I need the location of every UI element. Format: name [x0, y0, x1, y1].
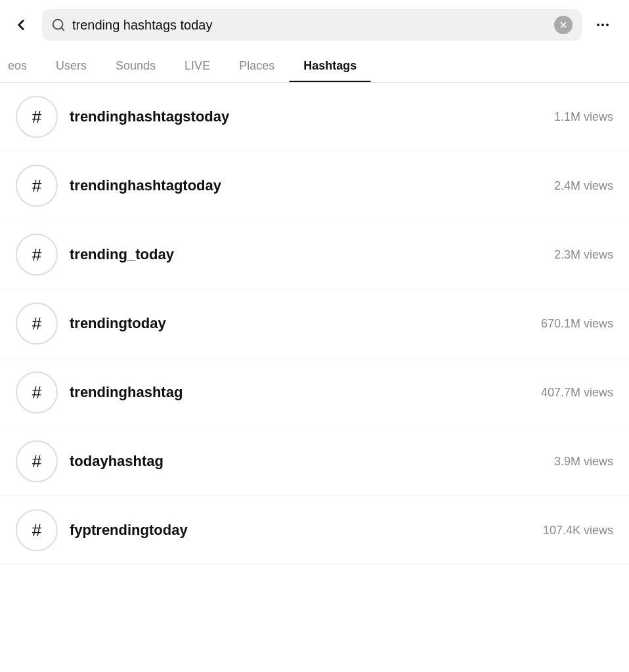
- tab-sounds[interactable]: Sounds: [101, 50, 170, 82]
- tab-users[interactable]: Users: [41, 50, 101, 82]
- hashtag-icon-circle: #: [16, 96, 58, 138]
- hashtag-symbol: #: [32, 314, 41, 334]
- back-button[interactable]: [7, 10, 35, 39]
- hashtag-symbol: #: [32, 452, 41, 472]
- hashtag-name: trendinghashtag: [70, 384, 529, 401]
- hashtag-symbol: #: [32, 176, 41, 196]
- hashtag-item[interactable]: # todayhashtag 3.9M views: [0, 427, 629, 496]
- hashtag-name: todayhashtag: [70, 453, 542, 470]
- clear-button[interactable]: [554, 16, 573, 34]
- tab-places[interactable]: Places: [225, 50, 289, 82]
- header: trending hashtags today: [0, 0, 629, 50]
- hashtag-icon-circle: #: [16, 509, 58, 551]
- hashtag-views: 2.4M views: [554, 179, 613, 193]
- svg-point-6: [606, 24, 609, 26]
- hashtag-icon-circle: #: [16, 234, 58, 276]
- hashtag-icon-circle: #: [16, 165, 58, 207]
- hashtag-views: 3.9M views: [554, 455, 613, 469]
- hashtag-views: 670.1M views: [541, 317, 613, 331]
- search-bar: trending hashtags today: [42, 9, 582, 41]
- hashtag-views: 407.7M views: [541, 386, 613, 400]
- search-input[interactable]: trending hashtags today: [72, 18, 548, 33]
- tab-hashtags[interactable]: Hashtags: [289, 50, 371, 82]
- hashtag-item[interactable]: # trendingtoday 670.1M views: [0, 289, 629, 358]
- tabs-bar: eos Users Sounds LIVE Places Hashtags: [0, 50, 629, 83]
- hashtag-views: 2.3M views: [554, 248, 613, 262]
- hashtag-name: fyptrendingtoday: [70, 522, 531, 539]
- hashtag-name: trending_today: [70, 246, 542, 263]
- hashtag-views: 107.4K views: [543, 524, 613, 537]
- hashtag-name: trendinghashtagstoday: [70, 108, 542, 125]
- hashtag-symbol: #: [32, 107, 41, 127]
- hashtag-symbol: #: [32, 383, 41, 403]
- svg-point-4: [597, 24, 599, 26]
- hashtag-icon-circle: #: [16, 371, 58, 413]
- hashtag-item[interactable]: # trending_today 2.3M views: [0, 220, 629, 289]
- hashtag-name: trendingtoday: [70, 315, 529, 332]
- hashtag-views: 1.1M views: [554, 110, 613, 124]
- hashtag-item[interactable]: # fyptrendingtoday 107.4K views: [0, 496, 629, 565]
- hashtag-icon-circle: #: [16, 440, 58, 482]
- search-icon: [51, 18, 66, 32]
- hashtag-symbol: #: [32, 245, 41, 265]
- hashtag-list: # trendinghashtagstoday 1.1M views # tre…: [0, 83, 629, 565]
- tab-live[interactable]: LIVE: [170, 50, 225, 82]
- hashtag-icon-circle: #: [16, 303, 58, 345]
- hashtag-name: trendinghashtagtoday: [70, 177, 542, 194]
- hashtag-item[interactable]: # trendinghashtag 407.7M views: [0, 358, 629, 427]
- hashtag-item[interactable]: # trendinghashtagtoday 2.4M views: [0, 152, 629, 220]
- svg-point-5: [601, 24, 604, 26]
- more-options-button[interactable]: [588, 10, 617, 39]
- svg-line-1: [61, 28, 64, 30]
- hashtag-symbol: #: [32, 520, 41, 541]
- hashtag-item[interactable]: # trendinghashtagstoday 1.1M views: [0, 83, 629, 152]
- tab-videos[interactable]: eos: [0, 50, 41, 82]
